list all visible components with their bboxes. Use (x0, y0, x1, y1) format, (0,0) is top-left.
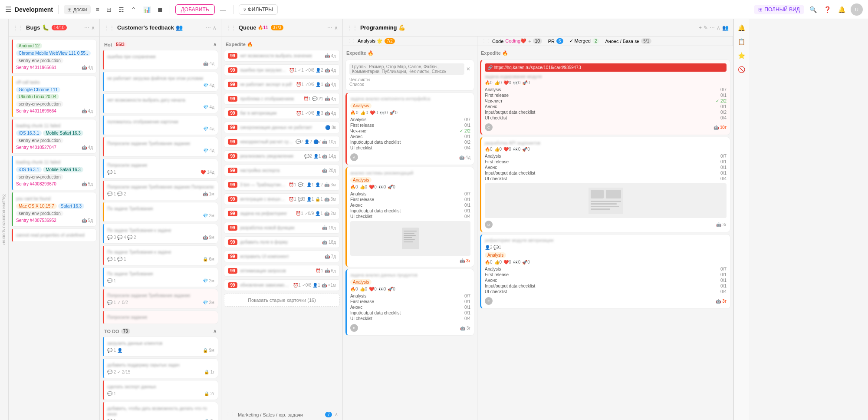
right-clipboard-icon[interactable]: 📋 (736, 36, 747, 47)
analysis-card-3[interactable]: задача анализ данных продуктов Analysis … (345, 269, 474, 336)
right-block-icon[interactable]: 🚫 (736, 64, 747, 75)
analysis-card-1[interactable]: задача анализ компонента интерфейса Anal… (345, 93, 474, 165)
queue-card-14[interactable]: 99 добавить поле в форму 🤖 18д (224, 236, 340, 248)
analytics-btn[interactable]: 📊 (141, 4, 152, 15)
queue-card-10[interactable]: 99 3 ton — Траблшутинг/Warning сообщений… (224, 179, 340, 191)
menu-icon[interactable]: ☰ (5, 5, 11, 13)
cf-more-icon[interactable]: ⋯ (206, 25, 211, 31)
cf-todo-card-2[interactable]: добавить поддержку скрытых задач 💬 2 ✓ 2… (102, 358, 218, 378)
cf-todo-card-4[interactable]: добавить, чтобы дать возможность делать … (102, 402, 218, 420)
sidebar-toggle[interactable]: Задачи верхнего уровня › (0, 19, 9, 420)
help-btn[interactable]: ❓ (822, 4, 833, 15)
notifications-btn[interactable]: 🔔 (836, 4, 847, 15)
queue-card-3[interactable]: 99 не работает экспорт в pdf ⏰1 ✓0/9 👤1 … (224, 79, 340, 90)
queue-card-7[interactable]: 99 некорректный расчет суммы 💬7 👤2 🔵7 🤖 … (224, 136, 340, 148)
marketing-collapse[interactable]: ∧ (335, 412, 338, 417)
priority-indicator (12, 76, 13, 117)
sentry-link[interactable]: Sentry #4008293670 (16, 182, 56, 186)
cf-hot-card-1[interactable]: ошибка при сохранении 🤖 4д (102, 50, 218, 70)
hot-collapse[interactable]: ∧ (213, 42, 217, 47)
cf-hot-card-5[interactable]: Попросили задание Требования задание 💎 4… (102, 137, 218, 157)
sentry-link[interactable]: Sentry #4011965661 (16, 65, 56, 70)
bug-card-1[interactable]: Android 12 Chrome Mobile WebView 111 0.5… (11, 39, 97, 74)
cf-hot-card-7[interactable]: Попросили задание Требования задание Поп… (102, 180, 218, 200)
queue-card-15[interactable]: 99 исправить UI компонент 🤖 7д (224, 251, 340, 262)
queue-collapse-icon[interactable]: ∧ (334, 25, 338, 31)
table-view-btn[interactable]: ⊟ (105, 4, 113, 15)
coding-card-3[interactable]: рефакторинг модуля авторизации 👤2 💬1 Ana… (480, 234, 730, 309)
queue-card-11[interactable]: 99 интеграция с внешним сервисом ⏰1 💬3 👤… (224, 193, 340, 205)
cf-todo-card-3[interactable]: сделать экспорт данных 💬 1 🔒 2г (102, 380, 218, 400)
bug-card-6[interactable]: cannot read properties of undefined (11, 228, 97, 242)
coding-column: Expedite 🔥 🔗 https://hq.kaiten.ru/space/… (477, 46, 733, 420)
cf-hot-card-2[interactable]: не работает загрузка файлов при этом усл… (102, 72, 218, 92)
prog-collapse-icon[interactable]: ∧ (717, 25, 720, 31)
coding-card-1[interactable]: 🔗 https://hq.kaiten.ru/space/1016/card/9… (480, 60, 730, 135)
cf-hot-card-12[interactable]: Попросили задание Требования задание 💬 1… (102, 289, 218, 309)
full-view-btn[interactable]: ⊞ ПОЛНЫЙ ВИД (754, 5, 804, 14)
timeline-btn[interactable]: ☶ (117, 4, 126, 15)
cf-todo-card-1[interactable]: загрузить данные клиентов 💬 1 👤 🔒 9м (102, 337, 218, 357)
search-btn[interactable]: 🔍 (808, 4, 819, 15)
queue-card-5[interactable]: 99 баг в авторизации ⏰1 ✓0/8 👤3 🤖 4д (224, 107, 340, 119)
list-view-btn[interactable]: ≡ (94, 4, 101, 15)
prog-sub-analysis[interactable]: ⋮⋮ Analysis 🌟 7/2 (343, 36, 477, 46)
svg-rect-8 (591, 190, 604, 198)
bug-card-2[interactable]: off call tasks Google Chrome 111 Ubuntu … (11, 76, 97, 117)
bug-card-5[interactable]: you cant be found Mac OS X 10.15.7 Safar… (11, 192, 97, 227)
queue-card-8[interactable]: 99 реализовать уведомления 💬2 👤1 🤖 14д (224, 150, 340, 162)
meta-time: 🤖 4д (325, 111, 336, 116)
coding-card-2[interactable]: разработка API эндпоинтов 🔥0 👍0 ❤️0 👀0 🚀… (480, 137, 730, 232)
show-more-btn[interactable]: Показать старые карточки (16) (224, 294, 340, 307)
prog-members-icon[interactable]: 👥 (722, 25, 729, 31)
cf-collapse-icon[interactable]: ∧ (213, 25, 217, 31)
queue-card-4[interactable]: 99 проблема с отображением ⏰1 💬0/1 🤖 4д (224, 93, 340, 105)
queue-card-17[interactable]: 99 обновление зависимостей ⏰1 ✓0/8 👤1 🤖 … (224, 279, 340, 291)
card-blurred-title: задача анализ компонента интерфейса (350, 96, 470, 101)
code-add[interactable]: + (528, 39, 531, 44)
cl-input: Input/output data checklist0/1 (350, 310, 470, 316)
sentry-link[interactable]: Sentry #4007536952 (16, 218, 56, 223)
queue-card-6[interactable]: 99 синхронизация данных не работает 🔵 8к (224, 122, 340, 133)
prog-sub-code[interactable]: ⋮⋮ Code Coding❤️ + 10 PR 6 ✓ Merged 2 Ан… (477, 36, 733, 46)
queue-card-13[interactable]: 99 разработка новой функции 🤖 19д (224, 222, 340, 234)
add-button[interactable]: ДОБАВИТЬ (175, 4, 215, 15)
queue-more-icon[interactable]: ⋯ (327, 25, 332, 31)
card-time: 🤖 4д (82, 109, 93, 113)
cf-hot-card-8[interactable]: По задаче Требования 💎 2м (102, 202, 218, 222)
right-star-icon[interactable]: ⭐ (736, 50, 747, 61)
cf-hot-card-4[interactable]: поломалось отображение карточки 💎 4д (102, 115, 218, 135)
queue-card-1[interactable]: 99 нет возможности выбрать значение 🤖 4д (224, 50, 340, 62)
cf-hot-card-9[interactable]: По задаче Требования к задаче 💬 3 💬 4 💬 … (102, 224, 218, 244)
bug-card-3[interactable]: loading chunk 11 failed iOS 16.3.1 Mobil… (11, 119, 97, 154)
right-bell-icon[interactable]: 🔔 (736, 23, 747, 33)
chart-btn[interactable]: ⌃ (129, 4, 138, 15)
user-avatar[interactable]: U (851, 3, 863, 16)
cf-hot-card-3[interactable]: нет возможности выбрать дату начала 💎 4д (102, 93, 218, 113)
queue-card-2[interactable]: 99 ошибка при загрузке данных ⏰1 ✓1 ✓0/8… (224, 64, 340, 76)
bugs-more-icon[interactable]: ⋯ (84, 25, 89, 31)
prog-add-icon[interactable]: + (699, 25, 702, 31)
filter-close[interactable]: ✕ (466, 66, 470, 72)
analysis-filter-card[interactable]: Группы: Размер, Стор Мар, Салон, Файлы, … (345, 60, 474, 91)
bugs-collapse-icon[interactable]: ∧ (91, 25, 95, 31)
sentry-link[interactable]: Sentry #4010527047 (16, 145, 56, 150)
queue-card-16[interactable]: 99 оптимизация запросов ⏰1 🤖 6д (224, 265, 340, 277)
cf-hot-card-10[interactable]: По задаче Требования к задаче 💬 1 💬 1 🔒 … (102, 245, 218, 265)
boards-btn[interactable]: ⊞ доски (64, 5, 91, 14)
todo-collapse[interactable]: ∧ (213, 328, 217, 334)
queue-card-9[interactable]: 99 настройка экспорта 🤖 20д (224, 165, 340, 176)
sentry-link[interactable]: Sentry #4011696664 (16, 109, 56, 113)
cf-hot-card-11[interactable]: По задаче Требования 💬 1 💎 2м (102, 267, 218, 287)
cf-hot-card-skip[interactable]: Попросили задание (102, 311, 218, 324)
queue-card-12[interactable]: 99 задача на рефакторинг ⏰1 ✓0/9 👤1 🤖 2м (224, 208, 340, 219)
filter-btn[interactable]: ▿ ФИЛЬТРЫ (239, 4, 278, 15)
analysis-card-2[interactable]: анализ системы рекомендаций Analysis 🔥0 … (345, 167, 474, 267)
add-options-btn[interactable]: — (218, 4, 228, 15)
cf-hot-card-6[interactable]: Попросили задание 💬 1 ❤️ 14д (102, 159, 218, 179)
prog-more-icon[interactable]: ⋯ (710, 25, 715, 31)
prog-edit-icon[interactable]: ✎ (704, 25, 708, 31)
more-views-btn[interactable]: ◼ (156, 4, 164, 15)
card-url[interactable]: 🔗 https://hq.kaiten.ru/space/1016/card/9… (485, 63, 727, 72)
bug-card-4[interactable]: loading chunk 11 failed iOS 16.3.1 Mobil… (11, 155, 97, 190)
